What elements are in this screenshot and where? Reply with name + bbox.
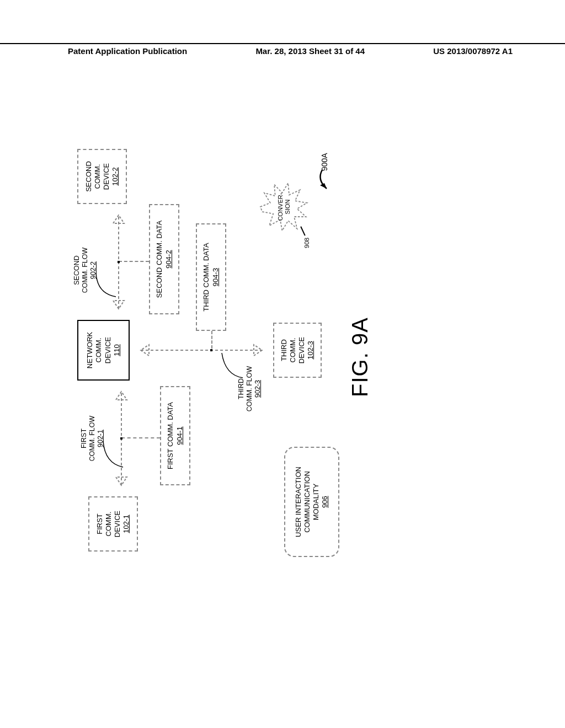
text: THIRD COMM. DATA [202,243,211,311]
ref: 908 [303,238,310,248]
third-comm-device-box: THIRD COMM. DEVICE 102-3 [273,323,322,378]
first-data-connector [121,437,160,438]
second-data-connector [119,261,149,262]
text: COMM. FLOW [81,248,89,293]
figure-rotated-content: FIRST COMM. DEVICE 102-1 NETWORK COMM. D… [77,138,475,557]
text: COMM. [93,164,102,189]
first-comm-data-box: FIRST COMM. DATA 904-1 [160,386,190,485]
text: NETWORK [86,332,94,368]
text: COMM. FLOW [88,416,96,462]
text: MODALITY [312,484,321,520]
third-flow-arrow [130,339,273,361]
text: SECOND [73,255,81,285]
ref: 102-3 [306,341,315,359]
text: FIG. 9A [348,317,372,397]
header-right: US 2013/0078972 A1 [433,46,565,56]
text: CONVER- [277,193,284,221]
dot-icon [118,261,120,263]
text: FIRST [80,429,88,448]
text: SECOND COMM. DATA [155,221,164,298]
third-data-connector [211,331,212,349]
text: COMM. [289,338,297,363]
ref: 904-2 [164,250,173,268]
text: DEVICE [113,511,122,537]
first-comm-device-box: FIRST COMM. DEVICE 102-1 [88,496,138,552]
text: THIRD [280,339,289,361]
figure-area: FIRST COMM. DEVICE 102-1 NETWORK COMM. D… [77,138,475,557]
second-comm-device-box: SECOND COMM. DEVICE 102-2 [77,149,127,204]
starburst-text: CONVER- SION [277,193,291,221]
text: FIRST [95,513,104,534]
text: COMMUNICATION [303,471,312,533]
text: COMM. [104,512,113,537]
page-header: Patent Application Publication Mar. 28, … [0,43,565,56]
network-comm-device-box: NETWORK COMM. DEVICE 110 [77,320,130,381]
dot-icon [210,349,212,351]
ref: 906 [321,496,329,508]
text: THIRD [237,378,245,399]
header-left: Patent Application Publication [0,46,187,56]
ref: 102-1 [122,515,131,533]
text: DEVICE [102,163,111,190]
second-flow-label: SECOND COMM. FLOW 902-2 [73,237,98,303]
header-center: Mar. 28, 2013 Sheet 31 of 44 [255,46,365,56]
text: SION [284,200,291,215]
text: DEVICE [104,337,113,363]
ref: 902-3 [254,380,262,398]
figure-caption: FIG. 9A [348,317,372,397]
third-comm-data-box: THIRD COMM. DATA 904-3 [196,223,226,331]
text: SECOND [84,161,93,192]
text: COMM. [94,338,103,363]
text: USER INTERACTION [294,467,303,537]
text: COMM. FLOW [246,366,253,412]
text: DEVICE [297,337,306,363]
third-flow-leader [221,350,246,381]
starburst-ref-label: 908 [303,238,311,248]
figure-ref-arrow-icon [315,168,331,193]
text: FIRST COMM. DATA [166,402,175,469]
ref: 110 [113,344,121,356]
ref: 904-3 [211,268,220,286]
ref: 102-2 [111,167,120,185]
second-comm-data-box: SECOND COMM. DATA 904-2 [149,204,179,314]
user-interaction-modality-box: USER INTERACTION COMMUNICATION MODALITY … [284,447,339,557]
dot-icon [120,437,122,440]
ref: 904-1 [175,426,184,445]
svg-marker-10 [320,183,327,189]
first-flow-label: FIRST COMM. FLOW 902-1 [80,405,105,472]
conversion-starburst: CONVER- SION [259,182,309,232]
